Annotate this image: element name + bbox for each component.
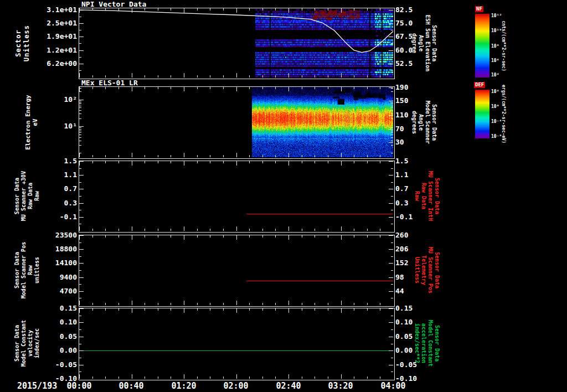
panel-mu-scanner-inth bbox=[79, 161, 395, 233]
pos-left-axis-label-text: Sensor Data Model Scanner Pos Raw unitle… bbox=[14, 242, 40, 298]
y-tick-label-left: 3.1e+01 bbox=[47, 6, 77, 14]
y-tick-label-right: 82.5 bbox=[395, 6, 413, 14]
y-tick-label-left: 23500 bbox=[55, 231, 77, 239]
y-tick-label-left: 0.00 bbox=[60, 347, 77, 354]
y-tick-label-right: 60.0 bbox=[395, 47, 413, 54]
y-tick-label-right: 0.15 bbox=[395, 305, 413, 312]
scanner-pos-canvas bbox=[79, 235, 393, 305]
y-tick-label-left: 1.9e+01 bbox=[47, 33, 77, 40]
y-tick-label-right: 0.10 bbox=[395, 318, 413, 326]
npi-spectrogram-canvas bbox=[79, 8, 393, 78]
els-right-axis-label-text: Sensor Data Model Scanner Angle degrees bbox=[411, 101, 437, 144]
y-tick-label-right: 44 bbox=[395, 287, 404, 295]
y-tick-label-right: -0.05 bbox=[395, 361, 417, 369]
y-tick-label-right: 98 bbox=[395, 274, 404, 281]
def-colorbar bbox=[475, 90, 489, 138]
npi-left-axis-label-text: Sector Unitless bbox=[14, 25, 31, 61]
x-tick-label: 01:20 bbox=[164, 381, 203, 391]
y-tick-label-right: -0.10 bbox=[395, 375, 417, 383]
y-tick-label-right: 67.5 bbox=[395, 33, 413, 40]
pos-right-axis-label-text: Sensor Data MU Scanner Pos Telemetry Uni… bbox=[414, 247, 440, 293]
def-colorbar-title: DEF bbox=[474, 82, 485, 88]
y-tick-label-left: 0.15 bbox=[60, 305, 77, 312]
y-tick-label-right: 30 bbox=[395, 138, 404, 146]
panel-scanner-pos bbox=[79, 235, 395, 307]
constant-right-axis-label-text: Sensor Data Model Constant acceleration … bbox=[414, 320, 440, 367]
inth-right-axis-label-text: Sensor Data MU Scanner IntH Raw Data Raw bbox=[414, 171, 440, 221]
x-tick-label: 02:40 bbox=[269, 381, 308, 391]
y-tick-label-right: 190 bbox=[395, 84, 408, 91]
colorbar-tick-label: 10⁶ bbox=[491, 58, 499, 63]
y-tick-label-left: 10¹ bbox=[64, 122, 77, 130]
els-spectrogram-canvas bbox=[79, 87, 393, 157]
npi-right-axis-label-text: Sensor Data ESH Sun Elevation Angle degr… bbox=[411, 15, 437, 71]
x-tick-label: 03:20 bbox=[321, 381, 360, 391]
y-tick-label-right: 206 bbox=[395, 245, 408, 253]
panel-title-els: MEx ELS-01 LR bbox=[81, 79, 138, 87]
y-tick-label-left: 6.2e+00 bbox=[47, 60, 77, 68]
x-axis-date: 2015/193 bbox=[17, 381, 57, 391]
y-tick-label-left: 14100 bbox=[55, 259, 77, 267]
y-tick-label-right: 0.00 bbox=[395, 347, 413, 354]
y-tick-label-right: 110 bbox=[395, 111, 408, 119]
panel-model-constant bbox=[79, 308, 395, 380]
y-tick-label-left: 0.7 bbox=[64, 185, 77, 193]
y-tick-label-left: 1.1 bbox=[64, 171, 77, 179]
y-tick-label-left: 9400 bbox=[60, 274, 77, 281]
model-constant-canvas bbox=[79, 308, 393, 379]
y-tick-label-right: 150 bbox=[395, 97, 408, 105]
y-tick-label-right: 75.0 bbox=[395, 19, 413, 27]
y-tick-label-right: 1.5 bbox=[395, 157, 408, 165]
y-tick-label-left: 0.3 bbox=[64, 199, 77, 207]
y-tick-label-right: 52.5 bbox=[395, 60, 413, 68]
colorbar-tick-label: 10¹² bbox=[491, 13, 502, 18]
colorbar-tick-label: 10¹⁰ bbox=[491, 28, 502, 33]
y-tick-label-right: 0.05 bbox=[395, 333, 413, 341]
spectrogram-figure: NPI Vector Data MEx ELS-01 LR Sector Uni… bbox=[0, 0, 567, 392]
inth-left-axis-label-text: Sensor Data MU Scanner +30V Raw Data Raw bbox=[14, 171, 40, 221]
colorbar-tick-label: 10⁰ bbox=[491, 104, 499, 109]
y-tick-label-left: -0.10 bbox=[55, 375, 77, 383]
mu-scanner-inth-canvas bbox=[79, 161, 393, 231]
constant-left-axis-label-text: Sensor Data Model Constant velocity inde… bbox=[14, 320, 40, 367]
colorbar-tick-label: 10⁻⁴ bbox=[491, 119, 502, 124]
y-tick-label-right: 260 bbox=[395, 231, 408, 239]
y-tick-label-left: 18800 bbox=[55, 245, 77, 253]
y-tick-label-right: 70 bbox=[395, 125, 404, 133]
panel-els bbox=[79, 86, 395, 159]
panel-npi bbox=[79, 8, 395, 79]
y-tick-label-left: 2.5e+01 bbox=[47, 19, 77, 27]
y-tick-label-right: 0.7 bbox=[395, 185, 408, 193]
y-tick-label-right: -0.1 bbox=[395, 213, 413, 221]
x-tick-label: 00:40 bbox=[112, 381, 151, 391]
y-tick-label-left: 0.10 bbox=[60, 318, 77, 326]
y-tick-label-left: 4700 bbox=[60, 287, 77, 295]
y-tick-label-left: -0.1 bbox=[60, 213, 77, 221]
els-left-axis-label-text: Electron Energy eV bbox=[24, 95, 39, 149]
nf-colorbar bbox=[475, 14, 489, 78]
colorbar-tick-label: 10⁴ bbox=[491, 89, 499, 94]
colorbar-tick-label: 10⁻⁸ bbox=[491, 134, 502, 139]
y-tick-label-left: 10² bbox=[64, 96, 77, 104]
y-tick-label-left: 0.05 bbox=[60, 333, 77, 341]
y-tick-label-left: -0.05 bbox=[55, 361, 77, 369]
y-tick-label-left: 1.2e+01 bbox=[47, 47, 77, 54]
y-tick-label-right: 152 bbox=[395, 259, 408, 267]
y-tick-label-left: 1.5 bbox=[64, 157, 77, 165]
colorbar-tick-label: 10⁴ bbox=[491, 73, 499, 78]
nf-colorbar-title: NF bbox=[475, 6, 483, 12]
y-tick-label-right: 1.1 bbox=[395, 171, 408, 179]
colorbar-tick-label: 10⁸ bbox=[491, 44, 499, 49]
y-tick-label-right: 0.3 bbox=[395, 199, 408, 207]
panel-title-npi: NPI Vector Data bbox=[81, 0, 146, 8]
x-tick-label: 02:00 bbox=[217, 381, 255, 391]
